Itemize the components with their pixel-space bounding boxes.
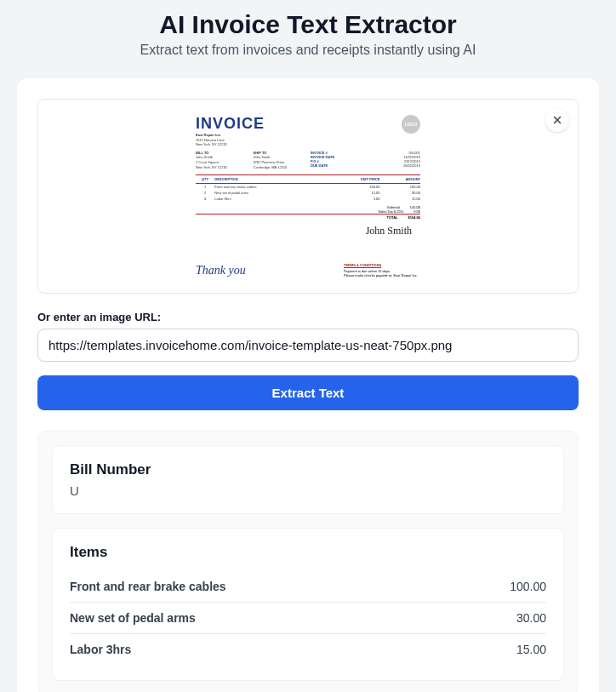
signature: John Smith (196, 225, 420, 237)
thank-you-text: Thank you (196, 264, 246, 277)
item-name: New set of pedal arms (70, 611, 196, 625)
main-container: AI Invoice Text Extractor Extract text f… (0, 0, 616, 692)
url-input[interactable] (37, 329, 579, 362)
main-card: INVOICE East Repair Inc. 1912 Harvest La… (17, 78, 599, 692)
bill-number-label: Bill Number (70, 461, 546, 478)
extract-button[interactable]: Extract Text (37, 375, 579, 410)
items-list: Front and rear brake cables100.00New set… (70, 571, 546, 665)
page-title: AI Invoice Text Extractor (17, 10, 599, 39)
bill-number-card: Bill Number U (52, 445, 564, 514)
logo-icon: LOGO (402, 115, 420, 134)
items-card: Items Front and rear brake cables100.00N… (52, 528, 564, 681)
item-price: 15.00 (516, 643, 546, 656)
item-price: 30.00 (516, 611, 546, 625)
close-preview-button[interactable] (545, 108, 569, 132)
image-preview-box: INVOICE East Repair Inc. 1912 Harvest La… (37, 99, 579, 294)
item-name: Front and rear brake cables (70, 580, 226, 593)
invoice-title: INVOICE (196, 115, 265, 133)
item-row: New set of pedal arms30.00 (70, 603, 546, 634)
header: AI Invoice Text Extractor Extract text f… (17, 10, 599, 58)
item-row: Labor 3hrs15.00 (70, 634, 546, 665)
item-price: 100.00 (510, 580, 546, 593)
items-label: Items (70, 544, 546, 561)
page-subtitle: Extract text from invoices and receipts … (17, 43, 599, 58)
bill-number-value: U (70, 483, 546, 498)
url-label: Or enter an image URL: (37, 311, 579, 323)
invoice-preview-table: QTY DESCRIPTION UNIT PRICE AMOUNT 1Front… (196, 174, 420, 202)
results-panel: Bill Number U Items Front and rear brake… (37, 431, 579, 692)
item-name: Labor 3hrs (70, 643, 131, 656)
invoice-preview-image: INVOICE East Repair Inc. 1912 Harvest La… (189, 108, 427, 284)
close-icon (551, 114, 563, 126)
item-row: Front and rear brake cables100.00 (70, 571, 546, 603)
